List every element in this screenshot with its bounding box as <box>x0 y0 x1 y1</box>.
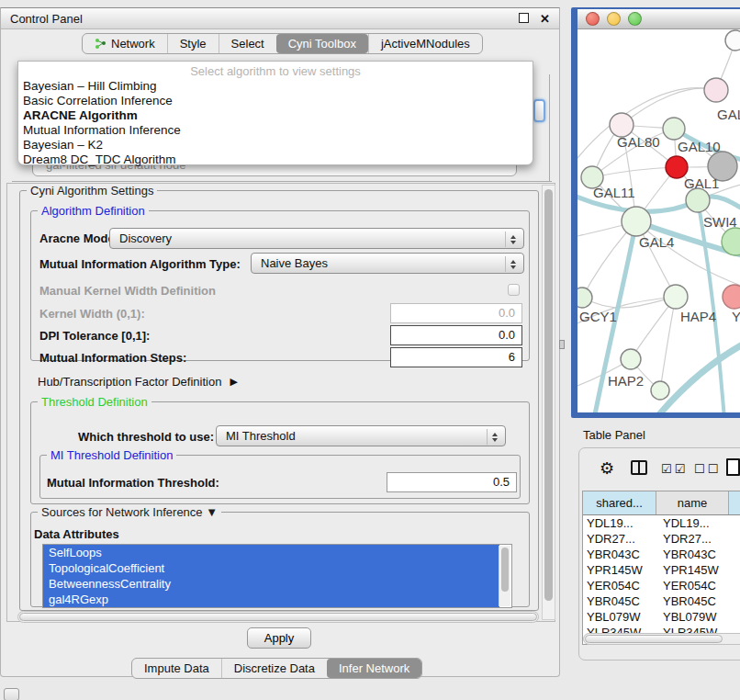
node-label: HAP2 <box>608 373 644 389</box>
column-header[interactable] <box>729 491 740 514</box>
vertical-scrollbar[interactable] <box>542 185 555 620</box>
which-threshold-combo[interactable]: MI Threshold <box>216 425 506 446</box>
list-item[interactable]: gal4RGexp <box>43 592 499 607</box>
manual-kernel-checkbox[interactable] <box>508 284 520 296</box>
aracne-mode-combo[interactable]: Discovery <box>109 228 524 249</box>
list-item[interactable]: BetweennessCentrality <box>43 576 499 592</box>
tab-discretize-data[interactable]: Discretize Data <box>221 659 327 678</box>
algorithm-option-selected[interactable]: ARACNE Algorithm <box>18 108 533 123</box>
tab-impute-data[interactable]: Impute Data <box>132 659 221 678</box>
network-node-swi4[interactable] <box>686 188 710 212</box>
algorithm-option[interactable]: Bayesian – K2 <box>18 138 533 152</box>
table-row[interactable]: YDR27...YDR27...12 <box>583 531 740 547</box>
network-node-gcy1[interactable] <box>577 288 592 308</box>
panel-divider-handle[interactable] <box>559 340 565 349</box>
network-node-gal4[interactable] <box>622 207 651 236</box>
tab-select[interactable]: Select <box>219 34 276 53</box>
manual-kernel-label: Manual Kernel Width Definition <box>39 284 216 298</box>
table-row[interactable]: YPR145WYPR145W9. <box>583 562 740 578</box>
algorithm-option[interactable]: Dream8 DC_TDC Algorithm <box>18 152 533 167</box>
group-title: Threshold Definition <box>38 395 151 409</box>
list-item[interactable]: SelfLoops <box>43 545 499 560</box>
spinner-icon[interactable] <box>505 231 520 247</box>
tab-jactivemnodules[interactable]: jActiveMNodules <box>368 34 482 53</box>
control-panel-window: Control Panel ✕ Network Style Select Cyn… <box>0 7 560 677</box>
mi-steps-label: Mutual Information Steps: <box>39 351 186 365</box>
network-node-hap4[interactable] <box>664 285 688 309</box>
table-row[interactable]: YBR043CYBR043C <box>583 547 740 562</box>
gear-icon[interactable]: ⚙ <box>600 460 614 477</box>
mi-threshold-label: Mutual Information Threshold: <box>47 476 219 490</box>
table-row[interactable]: YDL19...YDL19...13 <box>583 515 740 531</box>
close-traffic-light[interactable] <box>586 12 600 26</box>
data-attributes-label: Data Attributes <box>34 527 119 541</box>
node-label: GAL <box>717 107 740 122</box>
network-node[interactable] <box>704 78 728 102</box>
panel-title: Control Panel <box>10 12 519 26</box>
table-horizontal-scrollbar[interactable] <box>583 633 740 645</box>
maximize-traffic-light[interactable] <box>628 12 642 26</box>
algorithm-option[interactable]: Mutual Information Inference <box>18 123 533 138</box>
group-title: Algorithm Definition <box>38 204 149 218</box>
groupbox-edge <box>549 74 550 181</box>
list-item[interactable]: TopologicalCoefficient <box>43 560 499 576</box>
column-header-name[interactable]: name <box>656 491 729 514</box>
group-title: MI Threshold Definition <box>47 448 176 462</box>
new-table-icon[interactable] <box>726 458 740 476</box>
network-window-titlebar <box>577 9 740 29</box>
screen: Control Panel ✕ Network Style Select Cyn… <box>0 0 740 700</box>
hub-definition-expander[interactable]: Hub/Transcription Factor Definition ▶ <box>38 375 238 389</box>
network-node[interactable] <box>651 381 669 400</box>
tab-network[interactable]: Network <box>83 34 167 53</box>
tab-infer-network[interactable]: Infer Network <box>327 659 421 678</box>
tab-cyni-toolbox[interactable]: Cyni Toolbox <box>276 34 368 53</box>
close-icon[interactable]: ✕ <box>540 12 550 26</box>
network-view-window: GAL GAL80 GAL10 GAL1 GAL11 SWI4 GAL4 GCY… <box>571 7 740 418</box>
collapse-arrow-icon[interactable]: ▼ <box>206 505 218 519</box>
mi-type-label: Mutual Information Algorithm Type: <box>39 257 241 271</box>
network-canvas[interactable]: GAL GAL80 GAL10 GAL1 GAL11 SWI4 GAL4 GCY… <box>577 29 740 412</box>
list-vertical-scrollbar[interactable] <box>499 546 510 606</box>
dpi-tolerance-field[interactable]: 0.0 <box>390 325 522 345</box>
horizontal-scrollbar[interactable] <box>17 611 539 623</box>
node-label: GAL1 <box>684 175 719 191</box>
select-all-checks-icon[interactable]: ☑☑ <box>661 462 688 476</box>
node-label: Y <box>732 309 740 324</box>
mi-type-combo[interactable]: Naive Bayes <box>251 253 524 274</box>
top-tabstrip: Network Style Select Cyni Toolbox jActiv… <box>82 33 483 54</box>
groupbox-edge <box>12 181 552 182</box>
mi-threshold-field[interactable]: 0.5 <box>387 472 517 492</box>
network-node-gal10[interactable] <box>663 118 685 140</box>
deselect-all-checks-icon[interactable]: ☐☐ <box>694 462 721 476</box>
network-node[interactable] <box>725 30 740 51</box>
minimize-traffic-light[interactable] <box>607 12 621 26</box>
data-attributes-list[interactable]: SelfLoops TopologicalCoefficient Between… <box>42 544 512 608</box>
table-panel: ⚙ ☑☑ ☐☐ shared... name YDL19...YDL19...1… <box>578 447 740 660</box>
node-label: GAL80 <box>617 134 660 150</box>
tab-style[interactable]: Style <box>167 34 219 53</box>
node-label: HAP4 <box>680 309 716 324</box>
spinner-icon[interactable] <box>505 256 520 272</box>
apply-button[interactable]: Apply <box>247 627 311 649</box>
algorithm-option[interactable]: Bayesian – Hill Climbing <box>18 79 533 94</box>
table-row[interactable]: YBR045CYBR045C9. <box>583 593 740 609</box>
minimized-panel-icon[interactable] <box>4 688 19 700</box>
split-columns-icon[interactable] <box>631 460 647 475</box>
kernel-width-field[interactable]: 0.0 <box>390 303 522 323</box>
table-row[interactable]: YBL079WYBL079W <box>583 609 740 625</box>
column-header-shared-name[interactable]: shared... <box>583 491 656 514</box>
dropdown-placeholder: Select algorithm to view settings <box>18 62 533 79</box>
group-title: Sources for Network Inference ▼ <box>38 505 221 519</box>
table-row[interactable]: YER054CYER054C8. <box>583 578 740 593</box>
node-label: GAL10 <box>678 139 721 154</box>
combo-stepper-fragment[interactable] <box>533 99 545 122</box>
network-node-hap2[interactable] <box>621 349 641 369</box>
algorithm-option[interactable]: Basic Correlation Inference <box>18 94 533 108</box>
spinner-icon[interactable] <box>487 429 501 445</box>
algorithm-dropdown-popup: Select algorithm to view settings Bayesi… <box>17 61 533 165</box>
network-node[interactable] <box>723 285 740 309</box>
node-table: shared... name YDL19...YDL19...13 YDR27.… <box>582 491 740 645</box>
float-window-icon[interactable] <box>519 12 529 26</box>
which-threshold-label: Which threshold to use: <box>78 430 214 444</box>
mi-steps-field[interactable]: 6 <box>390 347 522 367</box>
